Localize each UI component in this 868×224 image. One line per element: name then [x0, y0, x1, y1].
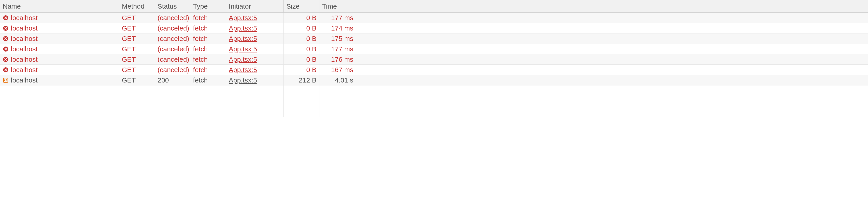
column-header-initiator[interactable]: Initiator [226, 0, 284, 12]
cell-size: 0 B [284, 44, 319, 54]
request-name: localhost [11, 45, 37, 53]
cell-time: 167 ms [319, 65, 356, 75]
cell-type: fetch [190, 33, 226, 44]
table-row[interactable]: localhostGET(canceled)fetchApp.tsx:50 B1… [0, 13, 868, 23]
cell-name[interactable]: localhost [0, 54, 119, 64]
cell-type: fetch [190, 44, 226, 54]
error-icon [3, 25, 8, 31]
cell-status: (canceled) [155, 13, 190, 23]
table-row[interactable]: localhostGET(canceled)fetchApp.tsx:50 B1… [0, 54, 868, 65]
cell-name[interactable]: localhost [0, 44, 119, 54]
cell-initiator: App.tsx:5 [226, 23, 284, 33]
column-header-status[interactable]: Status [155, 0, 190, 12]
cell-type: fetch [190, 23, 226, 33]
initiator-link[interactable]: App.tsx:5 [229, 24, 257, 32]
error-icon [3, 36, 8, 41]
cell-initiator: App.tsx:5 [226, 54, 284, 64]
request-name: localhost [11, 56, 37, 63]
initiator-link[interactable]: App.tsx:5 [229, 56, 257, 63]
initiator-link[interactable]: App.tsx:5 [229, 14, 257, 22]
cell-name[interactable]: localhost [0, 33, 119, 44]
error-icon [3, 67, 8, 73]
cell-size: 212 B [284, 75, 319, 85]
cell-size: 0 B [284, 54, 319, 64]
initiator-link[interactable]: App.tsx:5 [229, 66, 257, 74]
error-icon [3, 57, 8, 62]
cell-size: 0 B [284, 65, 319, 75]
cell-time: 175 ms [319, 33, 356, 44]
table-header: Name Method Status Type Initiator Size T… [0, 0, 868, 13]
cell-time: 4.01 s [319, 75, 356, 85]
cell-type: fetch [190, 54, 226, 64]
table-row[interactable]: localhostGET200fetchApp.tsx:5212 B4.01 s [0, 75, 868, 86]
cell-name[interactable]: localhost [0, 75, 119, 85]
cell-size: 0 B [284, 23, 319, 33]
cell-name[interactable]: localhost [0, 65, 119, 75]
cell-method: GET [119, 23, 155, 33]
cell-initiator: App.tsx:5 [226, 75, 284, 85]
cell-status: (canceled) [155, 54, 190, 64]
table-row[interactable]: localhostGET(canceled)fetchApp.tsx:50 B1… [0, 44, 868, 54]
cell-type: fetch [190, 75, 226, 85]
cell-method: GET [119, 33, 155, 44]
error-icon [3, 46, 8, 52]
initiator-link[interactable]: App.tsx:5 [229, 45, 257, 53]
request-name: localhost [11, 35, 37, 42]
cell-method: GET [119, 54, 155, 64]
cell-size: 0 B [284, 33, 319, 44]
request-name: localhost [11, 66, 37, 74]
column-header-type[interactable]: Type [190, 0, 226, 12]
cell-status: (canceled) [155, 33, 190, 44]
cell-type: fetch [190, 13, 226, 23]
cell-status: 200 [155, 75, 190, 85]
cell-time: 176 ms [319, 54, 356, 64]
cell-initiator: App.tsx:5 [226, 65, 284, 75]
cell-initiator: App.tsx:5 [226, 33, 284, 44]
request-name: localhost [11, 14, 37, 22]
cell-method: GET [119, 65, 155, 75]
cell-name[interactable]: localhost [0, 23, 119, 33]
cell-initiator: App.tsx:5 [226, 44, 284, 54]
cell-size: 0 B [284, 13, 319, 23]
cell-initiator: App.tsx:5 [226, 13, 284, 23]
network-table: Name Method Status Type Initiator Size T… [0, 0, 868, 117]
column-header-method[interactable]: Method [119, 0, 155, 12]
request-name: localhost [11, 24, 37, 32]
cell-method: GET [119, 13, 155, 23]
cell-status: (canceled) [155, 23, 190, 33]
cell-time: 177 ms [319, 44, 356, 54]
cell-time: 174 ms [319, 23, 356, 33]
table-row[interactable]: localhostGET(canceled)fetchApp.tsx:50 B1… [0, 33, 868, 44]
cell-method: GET [119, 75, 155, 85]
script-icon [3, 77, 8, 83]
table-row[interactable]: localhostGET(canceled)fetchApp.tsx:50 B1… [0, 65, 868, 75]
cell-status: (canceled) [155, 44, 190, 54]
cell-name[interactable]: localhost [0, 13, 119, 23]
cell-type: fetch [190, 65, 226, 75]
column-header-name[interactable]: Name [0, 0, 119, 12]
initiator-link[interactable]: App.tsx:5 [229, 35, 257, 42]
cell-method: GET [119, 44, 155, 54]
error-icon [3, 15, 8, 21]
initiator-link[interactable]: App.tsx:5 [229, 76, 257, 84]
request-name: localhost [11, 76, 37, 84]
cell-time: 177 ms [319, 13, 356, 23]
column-header-size[interactable]: Size [284, 0, 319, 12]
cell-status: (canceled) [155, 65, 190, 75]
column-header-time[interactable]: Time [319, 0, 356, 12]
table-row[interactable]: localhostGET(canceled)fetchApp.tsx:50 B1… [0, 23, 868, 33]
table-empty-space [0, 86, 868, 117]
